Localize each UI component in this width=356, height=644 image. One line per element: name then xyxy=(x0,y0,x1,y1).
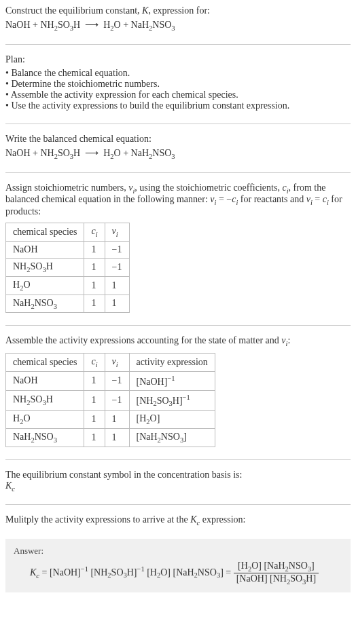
divider xyxy=(5,124,351,124)
col-species: chemical species xyxy=(6,354,84,372)
cell-species: H2O xyxy=(6,276,84,295)
symbol-section: The equilibrium constant symbol in the c… xyxy=(5,470,351,493)
table-row: NaH2NSO3 1 1 [NaH2NSO3] xyxy=(6,428,215,447)
balanced-section: Write the balanced chemical equation: Na… xyxy=(5,134,351,160)
symbol-line1: The equilibrium constant symbol in the c… xyxy=(5,470,351,480)
fraction-denominator: [NaOH] [NH2SO3H] xyxy=(234,573,319,586)
cell-species: NH2SO3H xyxy=(6,258,84,276)
table-row: H2O 1 1 [H2O] xyxy=(6,411,215,429)
fraction-numerator: [H2O] [NaH2NSO3] xyxy=(234,561,319,573)
cell-species: NaH2NSO3 xyxy=(6,428,84,447)
col-species: chemical species xyxy=(6,223,84,242)
cell-nui: 1 xyxy=(105,411,129,429)
divider xyxy=(5,44,351,45)
table-header-row: chemical species ci νi activity expressi… xyxy=(6,354,215,372)
cell-activity: [NH2SO3H]−1 xyxy=(129,390,215,410)
cell-activity: [NaH2NSO3] xyxy=(129,428,215,447)
divider xyxy=(5,504,351,505)
table-row: H2O 1 1 xyxy=(6,276,130,295)
cell-ci: 1 xyxy=(84,258,105,276)
cell-activity: [NaOH]−1 xyxy=(129,371,215,390)
stoich-section: Assign stoichiometric numbers, νi, using… xyxy=(5,183,351,314)
cell-nui: 1 xyxy=(105,428,129,447)
answer-expression: Kc = [NaOH]−1 [NH2SO3H]−1 [H2O] [NaH2NSO… xyxy=(14,561,342,586)
activity-table: chemical species ci νi activity expressi… xyxy=(5,353,215,447)
col-ci: ci xyxy=(84,354,105,372)
plan-item: Determine the stoichiometric numbers. xyxy=(5,79,351,90)
plan-heading: Plan: xyxy=(5,54,351,65)
cell-ci: 1 xyxy=(84,428,105,447)
col-nui: νi xyxy=(105,354,129,372)
cell-nui: 1 xyxy=(105,295,129,313)
cell-nui: −1 xyxy=(105,371,129,390)
answer-box: Answer: Kc = [NaOH]−1 [NH2SO3H]−1 [H2O] … xyxy=(5,539,351,592)
activity-heading: Assemble the activity expressions accoun… xyxy=(5,335,351,347)
stoich-table: chemical species ci νi NaOH 1 −1 NH2SO3H… xyxy=(5,223,130,313)
cell-ci: 1 xyxy=(84,295,105,313)
multiply-heading: Mulitply the activity expressions to arr… xyxy=(5,514,351,527)
answer-label: Answer: xyxy=(14,546,342,556)
cell-activity: [H2O] xyxy=(129,411,215,429)
intro-equation: NaOH + NH2SO3H ⟶ H2O + NaH2NSO3 xyxy=(5,19,351,32)
balanced-equation: NaOH + NH2SO3H ⟶ H2O + NaH2NSO3 xyxy=(5,147,351,160)
cell-ci: 1 xyxy=(84,411,105,429)
cell-species: NH2SO3H xyxy=(6,390,84,410)
plan-list: Balance the chemical equation. Determine… xyxy=(5,68,351,111)
cell-species: NaOH xyxy=(6,241,84,258)
activity-section: Assemble the activity expressions accoun… xyxy=(5,335,351,447)
col-ci: ci xyxy=(84,223,105,242)
cell-nui: 1 xyxy=(105,276,129,295)
cell-nui: −1 xyxy=(105,258,129,276)
answer-fraction: [H2O] [NaH2NSO3] [NaOH] [NH2SO3H] xyxy=(234,561,319,586)
stoich-paragraph: Assign stoichiometric numbers, νi, using… xyxy=(5,183,351,218)
plan-item: Use the activity expressions to build th… xyxy=(5,100,351,111)
intro-section: Construct the equilibrium constant, K, e… xyxy=(5,5,351,32)
plan-section: Plan: Balance the chemical equation. Det… xyxy=(5,54,351,111)
multiply-section: Mulitply the activity expressions to arr… xyxy=(5,514,351,527)
intro-heading: Construct the equilibrium constant, K, e… xyxy=(5,5,351,16)
table-row: NaH2NSO3 1 1 xyxy=(6,295,130,313)
cell-species: NaOH xyxy=(6,371,84,390)
divider xyxy=(5,325,351,326)
cell-nui: −1 xyxy=(105,390,129,410)
table-row: NH2SO3H 1 −1 [NH2SO3H]−1 xyxy=(6,390,215,410)
divider xyxy=(5,172,351,173)
cell-nui: −1 xyxy=(105,241,129,258)
cell-ci: 1 xyxy=(84,390,105,410)
table-row: NaOH 1 −1 xyxy=(6,241,130,258)
plan-item: Assemble the activity expression for eac… xyxy=(5,90,351,100)
cell-species: NaH2NSO3 xyxy=(6,295,84,313)
cell-ci: 1 xyxy=(84,371,105,390)
symbol-line2: Kc xyxy=(5,480,351,493)
cell-ci: 1 xyxy=(84,241,105,258)
divider xyxy=(5,459,351,460)
plan-item: Balance the chemical equation. xyxy=(5,68,351,79)
cell-species: H2O xyxy=(6,411,84,429)
balanced-heading: Write the balanced chemical equation: xyxy=(5,134,351,145)
col-nui: νi xyxy=(105,223,129,242)
cell-ci: 1 xyxy=(84,276,105,295)
table-row: NaOH 1 −1 [NaOH]−1 xyxy=(6,371,215,390)
table-header-row: chemical species ci νi xyxy=(6,223,130,242)
table-row: NH2SO3H 1 −1 xyxy=(6,258,130,276)
col-activity: activity expression xyxy=(129,354,215,372)
